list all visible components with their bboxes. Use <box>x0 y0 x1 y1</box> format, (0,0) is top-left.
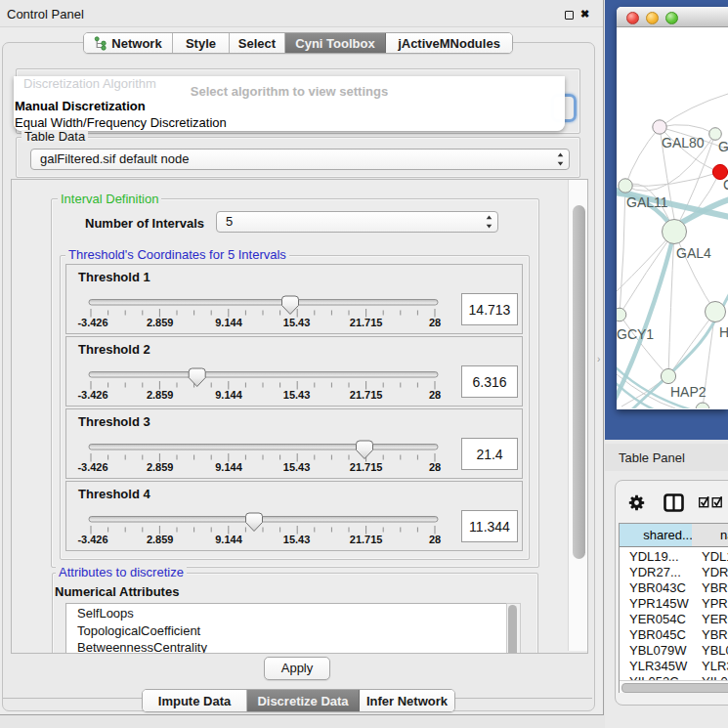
svg-text:15.43: 15.43 <box>283 317 311 328</box>
svg-text:21.715: 21.715 <box>350 461 383 473</box>
svg-text:28: 28 <box>429 534 441 545</box>
svg-text:21.715: 21.715 <box>350 317 383 328</box>
svg-text:2.859: 2.859 <box>147 317 174 328</box>
svg-text:GAL80: GAL80 <box>662 135 705 150</box>
svg-text:2.859: 2.859 <box>147 534 174 545</box>
svg-text:C: C <box>723 177 728 193</box>
svg-text:9.144: 9.144 <box>215 461 242 473</box>
svg-text:-3.426: -3.426 <box>77 461 107 473</box>
svg-text:21.715: 21.715 <box>350 534 383 545</box>
svg-text:2.859: 2.859 <box>147 461 174 473</box>
svg-text:28: 28 <box>429 389 441 401</box>
svg-text:15.43: 15.43 <box>283 534 311 545</box>
svg-text:GA: GA <box>718 139 728 154</box>
svg-text:GAL4: GAL4 <box>676 245 711 261</box>
svg-text:-3.426: -3.426 <box>77 317 107 328</box>
svg-text:GCY1: GCY1 <box>617 326 654 342</box>
svg-text:21.715: 21.715 <box>350 389 383 401</box>
svg-text:15.43: 15.43 <box>283 461 311 473</box>
svg-text:GAL11: GAL11 <box>626 194 668 210</box>
svg-text:28: 28 <box>429 461 441 473</box>
svg-text:15.43: 15.43 <box>283 389 311 401</box>
svg-text:9.144: 9.144 <box>215 534 242 545</box>
svg-text:HA: HA <box>719 324 728 340</box>
svg-text:9.144: 9.144 <box>215 389 242 401</box>
svg-text:-3.426: -3.426 <box>77 534 107 545</box>
svg-text:28: 28 <box>429 317 441 328</box>
svg-text:-3.426: -3.426 <box>77 389 107 401</box>
svg-text:2.859: 2.859 <box>147 389 174 401</box>
svg-text:9.144: 9.144 <box>215 317 242 328</box>
svg-text:HAP2: HAP2 <box>670 384 707 400</box>
